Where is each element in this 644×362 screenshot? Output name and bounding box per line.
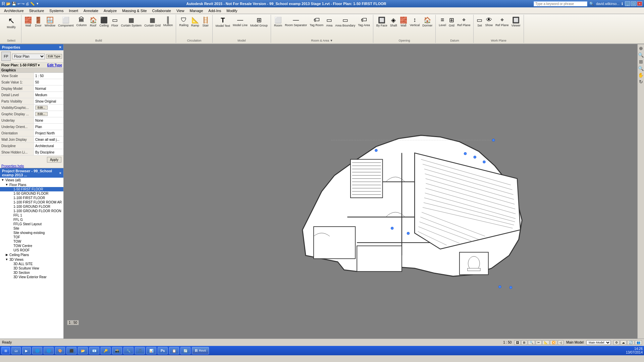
sync-btn[interactable]: 🔄	[627, 340, 634, 345]
window-btn[interactable]: 🪟 Window	[44, 16, 56, 27]
ramp-btn[interactable]: 📐 Ramp	[190, 16, 200, 27]
room-sep-btn[interactable]: — Room Separator	[284, 16, 308, 27]
view-scale-input[interactable]	[35, 74, 62, 78]
tree-item-fp-1100-first[interactable]: 1-100 FIRST FLOOR	[0, 196, 63, 200]
curtain-sys-btn[interactable]: ▦ Curtain System	[120, 16, 143, 27]
taskbar-music[interactable]: 🎵	[135, 347, 145, 354]
railing-btn[interactable]: 🛡 Railing	[178, 16, 190, 27]
canvas-area[interactable]: 1 : 50	[64, 44, 637, 339]
zoom-in-btn[interactable]: 🔍	[638, 52, 644, 58]
column-btn[interactable]: 🏛 Column	[75, 16, 88, 27]
shaft-btn[interactable]: ◈ Shaft	[389, 16, 398, 27]
tree-item-fp-1100-ground-room[interactable]: 1-100 GROUND FLOOR ROON	[0, 209, 63, 213]
prop-vis-graphic-val[interactable]: Edit...	[34, 105, 63, 111]
scale-value-input[interactable]	[35, 80, 62, 84]
tree-item-fp-tof[interactable]: TOF	[0, 235, 63, 239]
qat-open[interactable]: 📂	[6, 2, 11, 6]
component-btn[interactable]: ⬜ Component	[57, 16, 75, 27]
tree-item-fp-tow[interactable]: TOW	[0, 239, 63, 244]
taskbar-app1[interactable]: ⬛	[66, 347, 76, 354]
qat-save[interactable]: 💾	[12, 2, 16, 6]
curtain-grid-btn[interactable]: ▦ Curtain Grid	[143, 16, 162, 27]
ceiling-btn[interactable]: ⬛ Ceiling	[99, 16, 110, 27]
model-selector[interactable]: Main Model	[586, 340, 611, 345]
prop-graphic-display-val[interactable]: Edit...	[34, 111, 63, 117]
tree-expand-views-all[interactable]: ▼	[1, 178, 5, 182]
qat-measure[interactable]: 📏	[30, 2, 35, 6]
menu-addins[interactable]: Add-Ins	[206, 8, 224, 13]
tree-item-fp-fflg-steel[interactable]: FFLG Steel Layout	[0, 222, 63, 226]
grid-btn[interactable]: ⊞ Grid	[448, 16, 455, 27]
status-btn-4[interactable]: ✂	[536, 340, 542, 345]
qat-undo[interactable]: ↩	[17, 2, 20, 6]
ref-plane-btn[interactable]: ⌖ Ref Plane	[456, 16, 472, 27]
tree-item-fp-site-exist[interactable]: Site showing existing	[0, 231, 63, 235]
by-face-btn[interactable]: 🔲 By Face	[375, 16, 388, 27]
prop-scale-value-val[interactable]	[34, 79, 63, 85]
type-dropdown[interactable]: Floor Plan	[12, 54, 45, 59]
taskbar-cam[interactable]: 📸	[112, 347, 122, 354]
tree-item-3d-views[interactable]: ▼3D Views	[0, 257, 63, 262]
room-btn[interactable]: ⬜ Room	[273, 16, 283, 27]
level-btn[interactable]: ≡ Level	[438, 16, 447, 27]
taskbar-ps[interactable]: Ps	[158, 347, 168, 354]
menu-structure[interactable]: Structure	[26, 8, 47, 13]
graphic-display-edit-btn[interactable]: Edit...	[35, 112, 48, 116]
rotate-btn[interactable]: ↻	[639, 79, 643, 84]
tree-expand-floor-plans[interactable]: ▼	[5, 183, 9, 187]
status-btn-2[interactable]: ⊞	[521, 340, 527, 345]
menu-collaborate[interactable]: Collaborate	[150, 8, 174, 13]
zoom-fit-btn[interactable]: ⊞	[639, 59, 643, 64]
minimize-btn[interactable]: _	[625, 1, 630, 6]
stair-btn[interactable]: 🪜 Stair	[201, 16, 210, 27]
tree-item-fp-site[interactable]: Site	[0, 226, 63, 231]
mullion-btn[interactable]: ║ Mullion	[162, 16, 174, 27]
vertical-btn[interactable]: ↕ Vertical	[409, 16, 421, 27]
taskbar-chart[interactable]: 📊	[146, 347, 156, 354]
taskbar-ie[interactable]: 🌐	[32, 347, 42, 354]
vis-graphic-edit-btn[interactable]: Edit...	[35, 106, 48, 110]
start-btn[interactable]: ⊞	[1, 347, 10, 354]
taskbar-tool[interactable]: 🔧	[123, 347, 133, 354]
qat-print[interactable]: 🖨	[25, 2, 29, 6]
menu-insert[interactable]: Insert	[66, 8, 81, 13]
dormer-btn[interactable]: 🏠 Dormer	[421, 16, 433, 27]
search-icon[interactable]: 🔍	[589, 2, 594, 6]
taskbar-email[interactable]: 📧	[89, 347, 99, 354]
tree-item-fp-150-first[interactable]: 1-50 FIRST FLOOR	[0, 187, 63, 191]
properties-help-link[interactable]: Properties help	[0, 164, 25, 169]
cloud-btn[interactable]: ☁	[620, 340, 627, 345]
taskbar-revit[interactable]: R Revit	[192, 347, 209, 354]
tree-item-fp-tow-centre[interactable]: TOW Centre	[0, 244, 63, 248]
roof-btn[interactable]: 🏠 Roof	[89, 16, 98, 27]
info-icon[interactable]: ℹ	[622, 2, 623, 6]
status-btn-7[interactable]: ◁	[558, 340, 564, 345]
tree-item-floor-plans[interactable]: ▼Floor Plans	[0, 182, 63, 187]
door-btn[interactable]: 🚪 Door	[34, 16, 43, 27]
tree-item-ceiling-plans[interactable]: ▶Ceiling Plans	[0, 252, 63, 257]
wall-open-btn[interactable]: 🧱 Wall	[399, 16, 408, 27]
tree-item-3d-exterior-rear[interactable]: 3D View Exterior Rear	[0, 275, 63, 279]
tree-item-3d-section[interactable]: 3D Section	[0, 270, 63, 275]
viewer-btn[interactable]: 🔲 Viewer	[510, 16, 521, 27]
tree-item-fp-ffl1[interactable]: FFL 1	[0, 213, 63, 218]
tree-item-views-all[interactable]: ▼Views (all)	[0, 178, 63, 182]
taskbar-clip[interactable]: 📋	[169, 347, 179, 354]
model-group-btn[interactable]: ⊞ Model Group	[249, 16, 269, 27]
show-btn[interactable]: 👁 Show	[484, 16, 494, 27]
taskbar-chrome[interactable]: 🌐	[44, 347, 54, 354]
menu-annotate[interactable]: Annotate	[81, 8, 101, 13]
prop-view-scale-val[interactable]	[34, 73, 63, 79]
set-btn[interactable]: ▭ Set	[476, 16, 483, 27]
model-line-btn[interactable]: — Model Line	[232, 16, 249, 27]
tree-item-3d-sculture[interactable]: 3D Sculture View	[0, 266, 63, 270]
zoom-out-btn[interactable]: 🔍	[638, 66, 644, 71]
floor-btn[interactable]: ▭ Floor	[110, 16, 119, 27]
status-btn-5[interactable]: 📐	[542, 340, 549, 345]
tree-expand-3d-views[interactable]: ▼	[5, 257, 9, 261]
modify-btn[interactable]: ↖ Modify	[5, 16, 18, 29]
menu-manage[interactable]: Manage	[187, 8, 206, 13]
status-btn-3[interactable]: 🔍	[528, 340, 535, 345]
menu-view[interactable]: View	[174, 8, 187, 13]
taskbar-media[interactable]: ▶	[22, 347, 31, 354]
